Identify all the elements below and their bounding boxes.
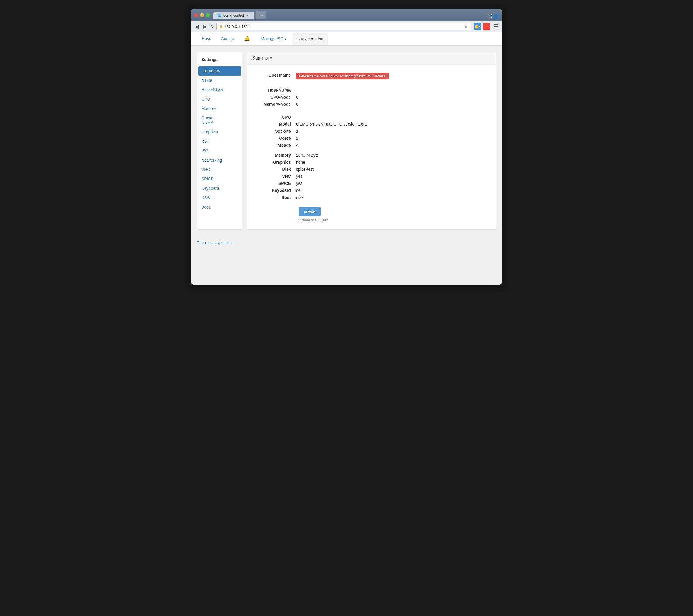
sidebar: Settings Summary Name Host-NUMA CPU Memo… [197, 52, 242, 230]
memory-node-label: Memory-Node [253, 101, 294, 108]
tab-guests[interactable]: Guests [216, 33, 238, 45]
sidebar-item-disk[interactable]: Disk [197, 137, 242, 146]
window-icon: ⛶ 👤 [487, 14, 499, 19]
spacer-row-2 [253, 108, 490, 111]
create-guest-label: Create the Guest [299, 218, 328, 222]
new-tab-button[interactable]: ▭ [256, 11, 266, 19]
sidebar-item-usb[interactable]: USB [197, 193, 242, 203]
window-expand-icon: ⛶ 👤 [487, 14, 499, 19]
spice-row: SPICE yes [253, 180, 490, 187]
url-text[interactable]: 127.0.0.1:4224 [224, 24, 464, 29]
create-section: create Create the Guest [253, 207, 490, 222]
threads-label: Threads [253, 142, 294, 149]
tab-guest-creation[interactable]: Guest creation [292, 33, 328, 45]
memory-label: Memory [253, 152, 294, 159]
threads-value: 4 [294, 142, 490, 149]
memory-row: Memory 2048 MiByte [253, 152, 490, 159]
active-tab[interactable]: 🌐 qemu-control ✕ [213, 12, 255, 19]
summary-panel: Summary Guestname Guestname missing xor … [247, 52, 496, 230]
keyboard-row: Keyboard de [253, 187, 490, 194]
sockets-row: Sockets 1 [253, 128, 490, 135]
disk-row: Disk spice-test [253, 166, 490, 173]
vnc-value: yes [294, 173, 490, 180]
minimize-button[interactable] [200, 13, 204, 17]
sidebar-title: Settings [197, 55, 242, 65]
stop-addon-button[interactable]: 🛑 [482, 23, 490, 30]
tab-manage-isos[interactable]: Manage ISOs [256, 33, 291, 45]
host-numa-section-row: Host-NUMA [253, 83, 490, 94]
title-bar: 🌐 qemu-control ✕ ▭ ⛶ 👤 [191, 9, 502, 21]
cpu-node-value: 0 [294, 94, 490, 101]
notifications-addon-button[interactable]: 🔔0 [474, 23, 481, 30]
cpu-node-label: CPU-Node [253, 94, 294, 101]
addon-icons: 🔔0 🛑 [474, 23, 490, 30]
spice-label: SPICE [253, 180, 294, 187]
sockets-value: 1 [294, 128, 490, 135]
cores-value: 2 [294, 135, 490, 142]
spacer-row-1 [253, 81, 490, 83]
graphics-label: Graphics [253, 159, 294, 166]
sidebar-item-name[interactable]: Name [197, 76, 242, 85]
back-button[interactable]: ◀ [194, 23, 200, 30]
guestname-error-badge: Guestname missing xor to short (Minimum … [296, 73, 389, 79]
main-layout: Settings Summary Name Host-NUMA CPU Memo… [191, 46, 502, 235]
sidebar-item-memory[interactable]: Memory [197, 104, 242, 113]
sockets-label: Sockets [253, 128, 294, 135]
sidebar-item-summary[interactable]: Summary [198, 66, 241, 76]
sidebar-item-networking[interactable]: Networking [197, 155, 242, 165]
model-label: Model [253, 120, 294, 128]
forward-button[interactable]: ▶ [202, 23, 208, 30]
model-row: Model QEMU 64-bit Virtual CPU version 1.… [253, 120, 490, 128]
spacer-row-3 [253, 149, 490, 152]
tab-host[interactable]: Host [197, 33, 215, 45]
bookmark-star-button[interactable]: ☆ [464, 24, 469, 29]
nav-tabs: Host Guests 🔔 Manage ISOs Guest creation [191, 32, 502, 46]
sidebar-item-spice[interactable]: SPICE [197, 174, 242, 184]
cpu-section-label: CPU [253, 111, 294, 120]
spice-value: yes [294, 180, 490, 187]
url-favicon-icon: 🔒 [219, 25, 223, 28]
vnc-label: VNC [253, 173, 294, 180]
close-button[interactable] [194, 13, 198, 17]
maximize-button[interactable] [206, 13, 210, 17]
sidebar-item-vnc[interactable]: VNC [197, 165, 242, 174]
address-bar: ◀ ▶ ↻ 🔒 127.0.0.1:4224 ☆ 🔔0 🛑 ☰ [191, 21, 502, 32]
sidebar-item-guest-numa[interactable]: Guest- NUMA [197, 113, 242, 127]
tab-close-icon[interactable]: ✕ [246, 14, 249, 18]
cores-row: Cores 2 [253, 135, 490, 142]
memory-value: 2048 MiByte [294, 152, 490, 159]
keyboard-value: de [294, 187, 490, 194]
panel-body: Guestname Guestname missing xor to short… [248, 64, 496, 229]
window-controls [194, 13, 210, 17]
sidebar-item-keyboard[interactable]: Keyboard [197, 184, 242, 193]
create-button[interactable]: create [299, 207, 321, 216]
glyphicons-link[interactable]: This uses glyphicons. [197, 240, 233, 245]
sidebar-item-boot[interactable]: Boot [197, 203, 242, 212]
sidebar-item-cpu[interactable]: CPU [197, 94, 242, 104]
tab-favicon-icon: 🌐 [218, 14, 221, 17]
cpu-node-row: CPU-Node 0 [253, 94, 490, 101]
boot-row: Boot disk [253, 194, 490, 201]
tab-bar: 🌐 qemu-control ✕ ▭ ⛶ 👤 [213, 11, 499, 19]
boot-label: Boot [253, 194, 294, 201]
disk-value: spice-test [294, 166, 490, 173]
memory-node-value: 0 [294, 101, 490, 108]
cpu-section-row: CPU [253, 111, 490, 120]
graphics-value: none [294, 159, 490, 166]
refresh-button[interactable]: ↻ [211, 24, 214, 29]
guestname-label: Guestname [253, 72, 294, 81]
guestname-value: Guestname missing xor to short (Minimum … [294, 72, 490, 81]
memory-node-row: Memory-Node 0 [253, 101, 490, 108]
boot-value: disk [294, 194, 490, 201]
sidebar-item-host-numa[interactable]: Host-NUMA [197, 85, 242, 94]
sidebar-item-graphics[interactable]: Graphics [197, 127, 242, 137]
keyboard-label: Keyboard [253, 187, 294, 194]
model-value: QEMU 64-bit Virtual CPU version 1.6.1 [294, 120, 490, 128]
tab-bell-icon[interactable]: 🔔 [239, 32, 255, 45]
browser-menu-button[interactable]: ☰ [494, 23, 499, 30]
summary-table: Guestname Guestname missing xor to short… [253, 72, 490, 201]
sidebar-item-iso[interactable]: ISO [197, 146, 242, 155]
guestname-row: Guestname Guestname missing xor to short… [253, 72, 490, 81]
page-footer: This uses glyphicons. [191, 235, 502, 250]
browser-window: 🌐 qemu-control ✕ ▭ ⛶ 👤 ◀ ▶ ↻ 🔒 127.0.0.1… [191, 9, 502, 285]
